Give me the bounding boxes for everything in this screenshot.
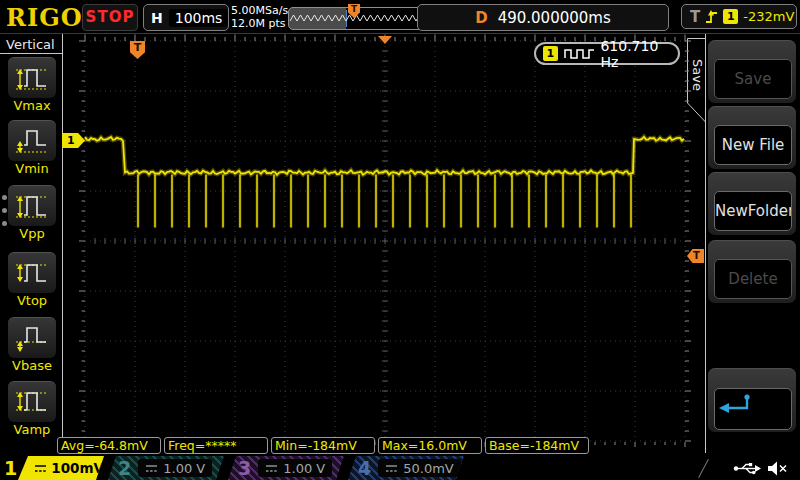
ch3-tab[interactable]: 3 1.00 V [228, 456, 344, 480]
ch2-scale-box: 1.00 V [138, 459, 212, 477]
vamp-icon [12, 387, 52, 417]
ch2-tab[interactable]: 2 1.00 V [108, 456, 224, 480]
ch3-number: 3 [238, 457, 251, 480]
ch1-number[interactable]: 1 [4, 457, 17, 480]
measure-label-vmin: Vmin [0, 161, 64, 176]
ch4-number: 4 [358, 457, 371, 480]
ch1-scale: 100mV [51, 460, 104, 476]
vpp-icon [12, 191, 52, 221]
trigger-position-flag: T [130, 41, 145, 59]
measure-button-vamp[interactable] [8, 381, 56, 422]
ch1-tab[interactable]: 100mV [18, 456, 104, 480]
display-center-marker [378, 36, 392, 44]
counter-frequency-value: 610.710 Hz [600, 38, 678, 70]
coupling-icon [265, 464, 278, 473]
ch4-scale-box: 50.0mV [378, 459, 461, 477]
ch1-level-marker: 1 [62, 133, 85, 148]
trigger-source-badge: 1 [723, 9, 738, 24]
measure-label-vamp: Vamp [0, 422, 64, 437]
delay-value: 490.000000ms [498, 9, 611, 27]
return-arrow-icon [715, 391, 759, 417]
acquisition-info: 5.00MSa/s 12.0M pts [231, 4, 288, 30]
delete-button[interactable]: Delete [714, 259, 792, 299]
menu-page-dot [2, 221, 7, 226]
measure-label-vtop: Vtop [0, 293, 64, 308]
trigger-level-value: -232mV [743, 9, 794, 24]
status-divider [698, 459, 709, 478]
trigger-level-marker: T [687, 249, 704, 263]
menu-page-dot [2, 208, 7, 213]
vmin-icon [12, 126, 52, 156]
grid-layer [79, 35, 691, 448]
square-wave-icon [564, 47, 595, 60]
left-menu-title: Vertical [6, 37, 55, 52]
measure-button-vmin[interactable] [8, 120, 56, 161]
horizontal-label: H [151, 10, 163, 26]
frequency-counter: 1 610.710 Hz [534, 42, 680, 65]
coupling-icon [34, 464, 46, 473]
timebase-value: 100ms [169, 9, 229, 27]
ch3-scale-box: 1.00 V [258, 459, 332, 477]
measure-button-vpp[interactable] [8, 185, 56, 226]
trigger-info-box: T 1 -232mV [681, 4, 797, 29]
delay-label: D [475, 9, 487, 27]
new-file-button[interactable]: New File [714, 125, 792, 165]
ch2-scale: 1.00 V [163, 461, 205, 476]
delay-box: D 490.000000ms [417, 4, 669, 31]
oscilloscope-screen: RIGOL STOP H 100ms 5.00MSa/s 12.0M pts D… [0, 0, 800, 480]
ch2-number: 2 [118, 457, 131, 480]
new-folder-button[interactable]: NewFolder [714, 191, 792, 231]
measure-label-vpp: Vpp [0, 226, 64, 241]
measurement-freq: Freq=***** [164, 437, 268, 454]
counter-source-badge: 1 [543, 46, 558, 61]
measure-button-vbase[interactable] [8, 317, 56, 358]
vtop-icon [12, 258, 52, 288]
ch4-scale: 50.0mV [403, 461, 454, 476]
measurement-max: Max=16.0mV [378, 437, 482, 454]
ch4-tab[interactable]: 4 50.0mV [348, 456, 464, 480]
run-state-indicator: STOP [82, 4, 138, 31]
usb-icon [733, 461, 761, 476]
measurement-min: Min=-184mV [271, 437, 375, 454]
coupling-icon [145, 464, 158, 473]
save-button[interactable]: Save [714, 59, 792, 99]
menu-page-dot [2, 195, 7, 200]
measurement-base: Base=-184mV [485, 437, 589, 454]
memory-depth: 12.0M pts [231, 17, 288, 30]
back-button[interactable] [714, 388, 792, 430]
speaker-muted-icon [766, 460, 788, 477]
measure-button-vtop[interactable] [8, 252, 56, 293]
measure-label-vmax: Vmax [0, 98, 64, 113]
measure-label-vbase: Vbase [0, 358, 64, 373]
ch1-waveform [85, 137, 684, 228]
coupling-icon [385, 464, 398, 473]
horizontal-timebase-box: H 100ms [143, 4, 229, 31]
vmax-icon [12, 63, 52, 93]
trigger-label: T [690, 8, 700, 26]
top-status-bar: RIGOL STOP H 100ms 5.00MSa/s 12.0M pts D… [0, 0, 800, 34]
measurement-avg: Avg=-64.8mV [57, 437, 161, 454]
right-menu-tab-title: Save [688, 45, 705, 105]
ch3-scale: 1.00 V [283, 461, 325, 476]
graticule-and-waveform [0, 0, 800, 480]
vbase-icon [12, 323, 52, 353]
measure-button-vmax[interactable] [8, 57, 56, 98]
sample-rate: 5.00MSa/s [231, 4, 288, 17]
trigger-slope-icon [705, 9, 718, 24]
